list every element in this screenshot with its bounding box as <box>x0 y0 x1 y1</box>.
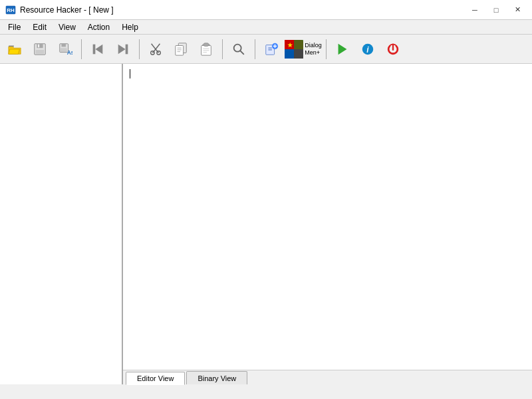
paste-icon <box>199 42 213 57</box>
separator-3 <box>222 39 223 59</box>
maximize-button[interactable]: □ <box>487 3 505 17</box>
title-text: Resource Hacker - [ New ] <box>20 5 114 15</box>
exit-button[interactable] <box>381 37 405 61</box>
app-icon: RH <box>5 5 16 15</box>
menu-view[interactable]: View <box>53 21 81 33</box>
save-icon <box>33 42 47 57</box>
svg-text:RH: RH <box>7 7 15 13</box>
save-button[interactable] <box>28 37 52 61</box>
back-icon <box>90 42 105 57</box>
svg-rect-45 <box>294 49 303 59</box>
save-as-button[interactable]: As <box>53 37 77 61</box>
svg-rect-8 <box>62 43 66 47</box>
svg-rect-5 <box>36 49 45 53</box>
separator-5 <box>326 39 327 59</box>
tree-panel[interactable] <box>0 64 123 384</box>
dialog-menu-icon: ★ <box>285 40 303 59</box>
back-button[interactable] <box>86 37 110 61</box>
add-resource-icon <box>264 42 279 57</box>
copy-button[interactable] <box>169 37 193 61</box>
open-icon <box>7 42 22 57</box>
menu-action[interactable]: Action <box>82 21 115 33</box>
svg-marker-13 <box>118 44 126 54</box>
editor-panel: Editor View Binary View <box>123 64 532 384</box>
title-controls: ─ □ ✕ <box>466 3 527 17</box>
svg-rect-22 <box>176 45 184 55</box>
tab-binary-view[interactable]: Binary View <box>186 371 247 384</box>
separator-1 <box>81 39 82 59</box>
scissors-icon <box>148 42 163 57</box>
close-button[interactable]: ✕ <box>508 3 527 17</box>
svg-text:★: ★ <box>287 42 293 49</box>
main-area: Editor View Binary View <box>0 64 532 384</box>
svg-rect-14 <box>126 44 128 54</box>
editor-area[interactable] <box>123 64 532 370</box>
menu-help[interactable]: Help <box>116 21 144 33</box>
svg-text:As: As <box>67 50 72 56</box>
title-bar: RH Resource Hacker - [ New ] ─ □ ✕ <box>0 0 532 20</box>
power-icon <box>386 42 400 57</box>
svg-rect-4 <box>37 43 43 47</box>
find-button[interactable] <box>227 37 251 61</box>
svg-line-33 <box>240 51 243 54</box>
paste-button[interactable] <box>194 37 218 61</box>
svg-line-19 <box>152 43 156 49</box>
save-as-icon: As <box>58 42 72 57</box>
cut-button[interactable] <box>144 37 168 61</box>
copy-icon <box>174 42 188 57</box>
dialog-menu-button[interactable]: ★ Dialog Men+ <box>285 37 322 61</box>
svg-line-20 <box>156 43 160 49</box>
forward-button[interactable] <box>111 37 135 61</box>
play-icon <box>335 42 350 57</box>
search-icon <box>231 42 246 57</box>
add-resource-button[interactable] <box>259 37 283 61</box>
menu-file[interactable]: File <box>3 21 26 33</box>
tab-editor-view[interactable]: Editor View <box>126 372 185 385</box>
cursor <box>130 69 130 78</box>
menu-label: Men+ <box>305 49 322 57</box>
svg-rect-12 <box>93 44 96 54</box>
toolbar: As <box>0 35 532 64</box>
separator-4 <box>255 39 255 59</box>
svg-rect-28 <box>203 43 208 46</box>
title-left: RH Resource Hacker - [ New ] <box>5 5 114 15</box>
info-icon: i <box>360 42 375 57</box>
minimize-button[interactable]: ─ <box>466 3 484 17</box>
info-button[interactable]: i <box>356 37 380 61</box>
run-button[interactable] <box>331 37 354 61</box>
svg-marker-46 <box>338 43 347 55</box>
open-button[interactable] <box>3 37 27 61</box>
svg-rect-6 <box>38 44 39 47</box>
svg-rect-9 <box>61 48 67 52</box>
svg-marker-11 <box>95 44 102 54</box>
separator-2 <box>139 39 140 59</box>
dialog-label: Dialog <box>305 42 322 49</box>
bottom-tabs: Editor View Binary View <box>123 370 532 384</box>
forward-icon <box>116 42 130 57</box>
menu-edit[interactable]: Edit <box>27 21 52 33</box>
menu-bar: File Edit View Action Help <box>0 20 532 35</box>
